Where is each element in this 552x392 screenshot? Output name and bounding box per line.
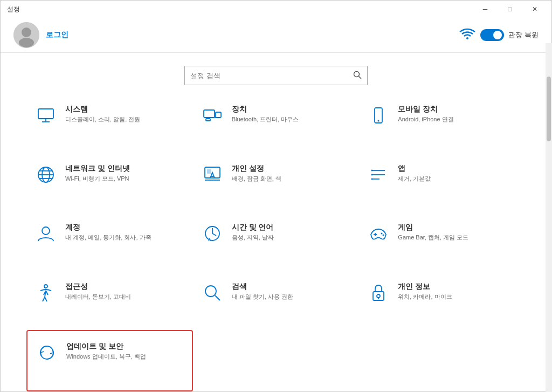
setting-item-privacy[interactable]: 개인 정보위치, 카메라, 마이크 (359, 271, 526, 331)
search-icon (202, 282, 223, 304)
toggle-thumb (493, 31, 502, 39)
avatar (13, 22, 39, 48)
setting-desc-personalization: 배경, 잠금 화면, 색 (232, 175, 281, 183)
svg-point-4 (354, 71, 360, 77)
devices-icon (202, 105, 223, 126)
mobile-icon (368, 105, 389, 126)
setting-title-gaming: 게임 (398, 223, 468, 232)
setting-title-personalization: 개인 설정 (232, 164, 281, 174)
setting-title-network: 네트워크 및 인터넷 (65, 164, 130, 174)
setting-title-devices: 장치 (232, 105, 299, 114)
personalization-icon (202, 164, 223, 185)
setting-item-system[interactable]: 시스템디스플레이, 소리, 알림, 전원 (26, 94, 193, 153)
svg-text:A: A (208, 237, 211, 242)
setting-text-mobile: 모바일 장치Android, iPhone 연결 (398, 105, 453, 123)
setting-item-time[interactable]: A 시간 및 언어음성, 지역, 날짜 (193, 212, 360, 271)
window-controls: ─ □ ✕ (473, 1, 547, 18)
setting-text-devices: 장치Bluetooth, 프린터, 마우스 (232, 105, 299, 123)
maximize-button[interactable]: □ (498, 1, 522, 18)
setting-title-time: 시간 및 언어 (232, 223, 274, 232)
setting-text-accessibility: 접근성내레이터, 돋보기, 고대비 (65, 282, 131, 301)
setting-text-search: 검색내 파일 찾기, 사용 권한 (232, 282, 293, 301)
setting-title-search: 검색 (232, 282, 293, 292)
search-bar-area (1, 53, 551, 94)
privacy-icon (368, 282, 389, 304)
setting-title-privacy: 개인 정보 (398, 282, 452, 292)
setting-title-mobile: 모바일 장치 (398, 105, 453, 114)
network-icon (35, 164, 57, 185)
settings-grid: 시스템디스플레이, 소리, 알림, 전원 장치Bluetooth, 프린터, 마… (1, 94, 551, 391)
svg-point-37 (381, 233, 383, 235)
svg-point-43 (377, 294, 380, 298)
scrollbar[interactable] (546, 43, 552, 392)
search-input[interactable] (190, 72, 353, 80)
system-icon (35, 105, 57, 126)
setting-title-apps: 앱 (398, 164, 431, 174)
svg-rect-21 (207, 169, 211, 174)
setting-desc-time: 음성, 지역, 날짜 (232, 233, 274, 242)
setting-text-gaming: 게임Game Bar, 캡처, 게임 모드 (398, 223, 468, 242)
setting-text-update: 업데이트 및 보안Windows 업데이트, 복구, 백업 (66, 342, 146, 361)
setting-item-personalization[interactable]: 개인 설정배경, 잠금 화면, 색 (193, 153, 360, 212)
svg-rect-12 (206, 119, 210, 121)
window-title: 설정 (5, 5, 20, 14)
setting-desc-accounts: 내 계정, 메일, 동기화, 회사, 가족 (65, 233, 151, 242)
search-button[interactable] (353, 71, 362, 81)
setting-desc-update: Windows 업데이트, 복구, 백업 (66, 353, 146, 361)
svg-point-3 (466, 37, 468, 39)
setting-text-privacy: 개인 정보위치, 카메라, 마이크 (398, 282, 452, 301)
accounts-icon (35, 223, 57, 244)
connection-icon (459, 27, 476, 43)
svg-rect-9 (204, 110, 215, 118)
setting-text-personalization: 개인 설정배경, 잠금 화면, 색 (232, 164, 281, 183)
svg-line-5 (359, 76, 362, 79)
setting-item-apps[interactable]: 앱제거, 기본값 (359, 153, 526, 212)
setting-item-gaming[interactable]: 게임Game Bar, 캡처, 게임 모드 (359, 212, 526, 271)
svg-line-41 (215, 295, 220, 300)
setting-item-search[interactable]: 검색내 파일 찾기, 사용 권한 (193, 271, 360, 331)
setting-item-accessibility[interactable]: 접근성내레이터, 돋보기, 고대비 (26, 271, 193, 331)
setting-item-devices[interactable]: 장치Bluetooth, 프린터, 마우스 (193, 94, 360, 153)
header: 로그인 관장 복원 (1, 18, 551, 53)
scrollbar-thumb[interactable] (547, 77, 551, 141)
setting-text-apps: 앱제거, 기본값 (398, 164, 431, 183)
setting-desc-privacy: 위치, 카메라, 마이크 (398, 293, 452, 301)
close-button[interactable]: ✕ (522, 1, 547, 18)
svg-point-38 (383, 235, 384, 236)
svg-rect-6 (38, 109, 53, 119)
toggle-label: 관장 복원 (508, 30, 539, 40)
setting-desc-accessibility: 내레이터, 돋보기, 고대비 (65, 293, 131, 301)
setting-desc-search: 내 파일 찾기, 사용 권한 (232, 293, 293, 301)
gaming-icon (368, 223, 389, 244)
setting-item-network[interactable]: 네트워크 및 인터넷Wi-Fi, 비행기 모드, VPN (26, 153, 193, 212)
setting-text-time: 시간 및 언어음성, 지역, 날짜 (232, 223, 274, 242)
minimize-button[interactable]: ─ (473, 1, 498, 18)
setting-desc-mobile: Android, iPhone 연결 (398, 115, 453, 123)
setting-text-accounts: 계정내 계정, 메일, 동기화, 회사, 가족 (65, 223, 151, 242)
toggle-track (480, 29, 504, 41)
svg-rect-10 (216, 112, 221, 118)
setting-item-mobile[interactable]: 모바일 장치Android, iPhone 연결 (359, 94, 526, 153)
setting-item-accounts[interactable]: 계정내 계정, 메일, 동기화, 회사, 가족 (26, 212, 193, 271)
header-right: 관장 복원 (459, 27, 539, 43)
toggle-switch[interactable] (480, 29, 504, 41)
settings-window: 설정 ─ □ ✕ 로그인 (0, 0, 552, 392)
setting-desc-system: 디스플레이, 소리, 알림, 전원 (65, 115, 140, 123)
avatar-area: 로그인 (13, 22, 68, 48)
svg-line-33 (212, 233, 216, 236)
login-link[interactable]: 로그인 (46, 30, 68, 40)
setting-desc-apps: 제거, 기본값 (398, 175, 431, 183)
setting-title-accessibility: 접근성 (65, 282, 131, 292)
setting-text-network: 네트워크 및 인터넷Wi-Fi, 비행기 모드, VPN (65, 164, 130, 183)
svg-point-1 (22, 27, 31, 37)
setting-desc-network: Wi-Fi, 비행기 모드, VPN (65, 175, 130, 183)
apps-icon (368, 164, 389, 185)
accessibility-icon (35, 282, 57, 304)
svg-point-40 (205, 286, 216, 297)
svg-point-39 (44, 285, 47, 288)
setting-desc-devices: Bluetooth, 프린터, 마우스 (232, 115, 299, 123)
update-icon (36, 342, 58, 363)
search-bar (184, 66, 368, 85)
setting-item-update[interactable]: 업데이트 및 보안Windows 업데이트, 복구, 백업 (26, 330, 193, 391)
time-icon: A (202, 223, 223, 244)
